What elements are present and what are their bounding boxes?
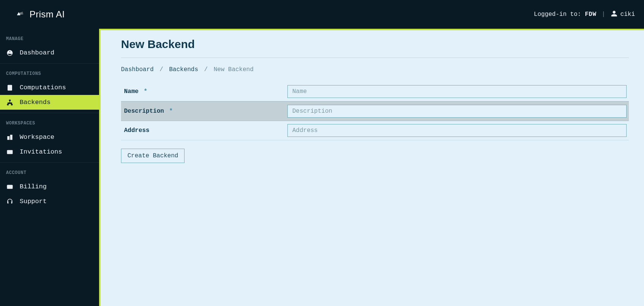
sidebar-item-label: Invitations	[20, 148, 62, 155]
sidebar-item-invitations[interactable]: Invitations	[0, 144, 99, 159]
gauge-icon	[6, 50, 14, 56]
svg-rect-22	[10, 152, 12, 152]
required-mark: *	[144, 88, 147, 95]
sidebar-item-computations[interactable]: Computations	[0, 80, 99, 95]
label-text: Address	[124, 127, 149, 134]
sidebar-item-backends[interactable]: Backends	[0, 95, 99, 110]
create-backend-button[interactable]: Create Backend	[121, 149, 185, 163]
breadcrumb-sep: /	[160, 66, 163, 73]
nav-heading: MANAGE	[0, 34, 99, 45]
svg-rect-7	[8, 89, 9, 90]
sidebar-item-support[interactable]: Support	[0, 194, 99, 209]
sidebar-item-dashboard[interactable]: Dashboard	[0, 45, 99, 60]
name-label: Name *	[121, 88, 287, 95]
svg-line-0	[19, 12, 23, 13]
nav-section-account: ACCOUNT Billing Support	[0, 163, 99, 212]
name-input[interactable]	[287, 85, 627, 98]
svg-rect-21	[10, 151, 12, 151]
nav-heading: ACCOUNT	[0, 168, 99, 179]
calculator-icon	[6, 84, 14, 91]
breadcrumb-current: New Backend	[214, 66, 254, 73]
main: New Backend Dashboard / Backends / New B…	[101, 30, 644, 306]
page-title: New Backend	[121, 38, 629, 57]
form-row-name: Name *	[121, 82, 629, 101]
title-divider	[121, 57, 629, 58]
label-text: Name	[124, 88, 138, 95]
nav-heading: WORKSPACES	[0, 118, 99, 130]
id-card-icon	[6, 149, 14, 155]
sitemap-icon	[6, 99, 14, 106]
label-text: Description	[124, 108, 164, 115]
nav-section-workspaces: WORKSPACES Workspace Invitations	[0, 113, 99, 163]
sidebar-item-billing[interactable]: Billing	[0, 179, 99, 194]
sidebar-item-label: Billing	[20, 183, 47, 190]
required-mark: *	[169, 108, 173, 115]
svg-rect-6	[11, 87, 11, 88]
logged-in-label: Logged-in to:	[534, 11, 581, 18]
description-input[interactable]	[287, 105, 627, 118]
brand[interactable]: Prism AI	[17, 9, 65, 20]
svg-rect-15	[8, 138, 9, 138]
header: Prism AI Logged-in to: FDW | ciki	[0, 0, 644, 29]
user-chip[interactable]: ciki	[611, 10, 635, 19]
sidebar-item-label: Workspace	[20, 134, 54, 141]
user-icon	[611, 10, 618, 19]
svg-rect-9	[9, 99, 11, 101]
svg-rect-17	[11, 137, 11, 137]
sidebar-item-label: Support	[20, 198, 47, 205]
svg-rect-8	[11, 89, 11, 90]
nav-section-computations: COMPUTATIONS Computations Backends	[0, 64, 99, 113]
svg-rect-18	[11, 138, 11, 138]
buildings-icon	[6, 134, 14, 141]
user-name: ciki	[621, 11, 635, 18]
sidebar: MANAGE Dashboard COMPUTATIONS Computatio…	[0, 29, 99, 306]
svg-rect-16	[11, 135, 11, 136]
svg-rect-24	[7, 186, 13, 186]
address-label: Address	[121, 127, 287, 134]
svg-rect-11	[11, 104, 13, 105]
svg-line-1	[20, 13, 23, 14]
svg-rect-5	[8, 87, 9, 88]
backend-form: Name * Description * Address	[121, 82, 629, 163]
breadcrumb: Dashboard / Backends / New Backend	[121, 66, 629, 73]
form-row-description: Description *	[121, 101, 629, 121]
brand-name: Prism AI	[29, 9, 65, 20]
svg-rect-14	[8, 137, 9, 137]
form-row-address: Address	[121, 121, 629, 140]
svg-point-20	[8, 151, 9, 152]
credit-card-icon	[6, 183, 14, 190]
headset-icon	[6, 198, 14, 205]
header-divider: |	[602, 11, 605, 18]
description-label: Description *	[121, 108, 287, 115]
sidebar-item-label: Backends	[20, 99, 51, 106]
sidebar-item-label: Dashboard	[20, 49, 54, 56]
org-name[interactable]: FDW	[585, 11, 596, 18]
nav-section-manage: MANAGE Dashboard	[0, 29, 99, 64]
sidebar-item-label: Computations	[20, 84, 66, 91]
header-right: Logged-in to: FDW | ciki	[534, 10, 635, 19]
breadcrumb-link-dashboard[interactable]: Dashboard	[121, 66, 154, 73]
breadcrumb-link-backends[interactable]: Backends	[169, 66, 198, 73]
breadcrumb-sep: /	[204, 66, 208, 73]
main-wrap: New Backend Dashboard / Backends / New B…	[99, 29, 644, 306]
svg-line-2	[20, 14, 23, 14]
svg-rect-4	[8, 85, 11, 87]
nav-heading: COMPUTATIONS	[0, 69, 99, 80]
sidebar-item-workspace[interactable]: Workspace	[0, 130, 99, 144]
address-input[interactable]	[287, 124, 627, 137]
svg-rect-10	[7, 104, 9, 105]
logo-icon	[17, 10, 23, 19]
